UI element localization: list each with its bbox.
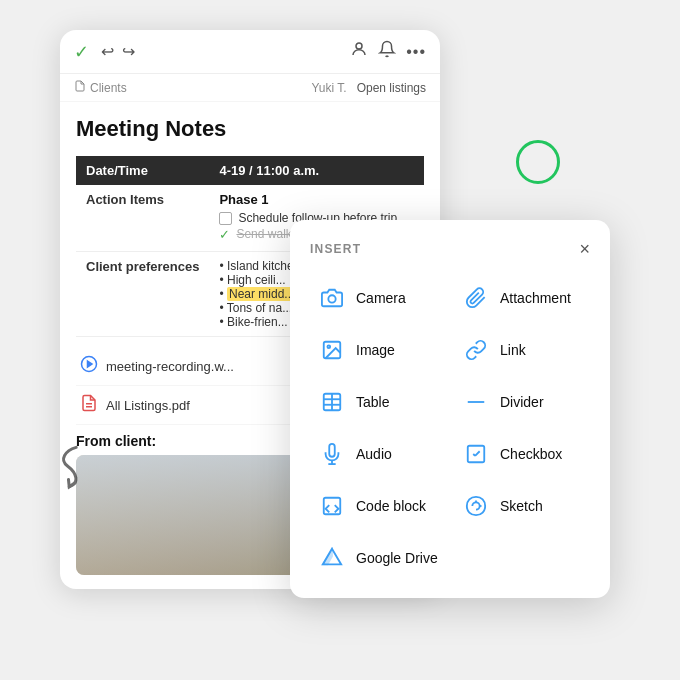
audio-icon [318,440,346,468]
breadcrumb-label[interactable]: Clients [90,81,127,95]
insert-sketch[interactable]: Sketch [454,482,590,530]
attachment-label: Attachment [500,290,571,306]
link-icon [462,336,490,364]
open-listings-link[interactable]: Open listings [357,81,426,95]
insert-checkbox[interactable]: Checkbox [454,430,590,478]
pdf-filename: All Listings.pdf [106,398,190,413]
insert-image[interactable]: Image [310,326,446,374]
user-icon[interactable] [350,40,368,63]
phase-label: Phase 1 [219,192,414,207]
sketch-icon [462,492,490,520]
code-icon [318,492,346,520]
toolbar: ✓ ↩ ↪ ••• [60,30,440,74]
svg-point-7 [327,345,330,348]
checkbox-checked-icon[interactable]: ✓ [219,227,230,242]
prefs-label: Client preferences [76,252,209,337]
sketch-label: Sketch [500,498,543,514]
cursor-circle [516,140,560,184]
table-icon [318,388,346,416]
highlight-text: Near midd... [227,287,296,301]
google-drive-label: Google Drive [356,550,438,566]
svg-marker-2 [88,361,93,367]
modal-close-button[interactable]: × [579,240,590,258]
insert-divider[interactable]: Divider [454,378,590,426]
code-label: Code block [356,498,426,514]
insert-modal: INSERT × Camera Attachment [290,220,610,598]
recording-filename: meeting-recording.w... [106,359,234,374]
doc-icon [74,80,86,95]
insert-code[interactable]: Code block [310,482,446,530]
svg-marker-23 [323,549,332,565]
camera-icon [318,284,346,312]
breadcrumb-right: Yuki T. Open listings [311,81,426,95]
modal-title: INSERT [310,242,361,256]
pdf-icon [80,394,98,416]
more-icon[interactable]: ••• [406,43,426,61]
checkbox-unchecked[interactable] [219,212,232,225]
insert-audio[interactable]: Audio [310,430,446,478]
breadcrumb-user: Yuki T. [311,81,346,95]
action-items-label: Action Items [76,185,209,252]
svg-rect-19 [324,498,341,515]
breadcrumb-left: Clients [74,80,127,95]
audio-label: Audio [356,446,392,462]
image-label: Image [356,342,395,358]
image-icon [318,336,346,364]
divider-label: Divider [500,394,544,410]
undo-icon[interactable]: ↩ [101,42,114,61]
breadcrumb: Clients Yuki T. Open listings [60,74,440,102]
recording-icon [80,355,98,377]
checkbox-label: Checkbox [500,446,562,462]
insert-link[interactable]: Link [454,326,590,374]
modal-header: INSERT × [310,240,590,258]
insert-google-drive[interactable]: Google Drive [310,534,590,582]
note-title: Meeting Notes [76,116,424,142]
camera-label: Camera [356,290,406,306]
svg-point-5 [328,295,335,302]
col-datetime: Date/Time [76,156,209,185]
check-icon[interactable]: ✓ [74,41,89,63]
insert-attachment[interactable]: Attachment [454,274,590,322]
insert-camera[interactable]: Camera [310,274,446,322]
table-label: Table [356,394,389,410]
google-drive-icon [318,544,346,572]
insert-grid: Camera Attachment Image [310,274,590,582]
svg-line-17 [475,451,480,456]
toolbar-right: ••• [350,40,426,63]
insert-table[interactable]: Table [310,378,446,426]
bell-icon[interactable] [378,40,396,63]
link-label: Link [500,342,526,358]
redo-icon[interactable]: ↪ [122,42,135,61]
divider-icon [462,388,490,416]
svg-point-0 [356,43,362,49]
col-datetime-val: 4-19 / 11:00 a.m. [209,156,424,185]
checkbox-icon [462,440,490,468]
attachment-icon [462,284,490,312]
